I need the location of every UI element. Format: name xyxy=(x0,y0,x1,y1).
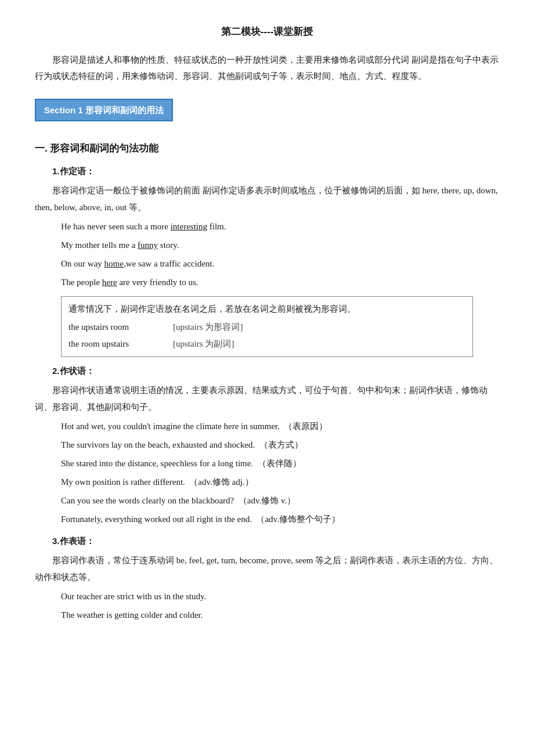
paragraph-1: 形容词作定语一般位于被修饰词的前面 副词作定语多表示时间或地点，位于被修饰词的后… xyxy=(35,182,499,215)
example-3-1: Our teacher are strict with us in the st… xyxy=(61,589,499,604)
example-2-1: Hot and wet, you couldn't imagine the cl… xyxy=(61,419,499,434)
paragraph-2: 形容词作状语通常说明主语的情况，主要表示原因、结果或方式，可位于句首、句中和句末… xyxy=(35,382,499,415)
sub-heading-2: 2.作状语： xyxy=(52,363,499,379)
example-3-2: The weather is getting colder and colder… xyxy=(61,607,499,623)
underline-funny: funny xyxy=(138,240,158,250)
underline-interesting: interesting xyxy=(171,222,207,231)
note-col-right-1: [upstairs 为形容词] xyxy=(173,319,243,335)
note-row-2: the room upstairs [upstairs 为副词] xyxy=(68,336,466,352)
example-1-2: My mother tells me a funny story. xyxy=(61,237,499,253)
note-text: 通常情况下，副词作定语放在名词之后，若放在名词之前则被视为形容词。 xyxy=(68,301,466,317)
example-2-4: My own position is rather different. （ad… xyxy=(61,474,499,490)
underline-home: home xyxy=(104,259,124,268)
example-2-5: Can you see the words clearly on the bla… xyxy=(61,493,499,509)
example-2-3: She stared into the distance, speechless… xyxy=(61,456,499,471)
example-1-3: On our way home,we saw a traffic acciden… xyxy=(61,256,499,272)
example-1-1: He has never seen such a more interestin… xyxy=(61,219,499,235)
sub-heading-1: 1.作定语： xyxy=(52,163,499,179)
page-title: 第二模块----课堂新授 xyxy=(35,23,499,41)
note-box: 通常情况下，副词作定语放在名词之后，若放在名词之前则被视为形容词。 the up… xyxy=(61,296,473,357)
note-col-right-2: [upstairs 为副词] xyxy=(173,336,234,352)
note-col-left-2: the room upstairs xyxy=(68,336,161,352)
note-row-1: the upstairs room [upstairs 为形容词] xyxy=(68,319,466,335)
sub-heading-3: 3.作表语： xyxy=(52,533,499,549)
section1-header: Section 1 形容词和副词的用法 xyxy=(35,99,173,121)
example-2-6: Fortunately, everything worked out all r… xyxy=(61,512,499,527)
underline-here: here xyxy=(102,278,117,287)
main-heading-1: 一. 形容词和副词的句法功能 xyxy=(35,140,499,158)
note-col-left-1: the upstairs room xyxy=(68,319,161,335)
example-2-2: The survivors lay on the beach, exhauste… xyxy=(61,437,499,453)
intro-paragraph: 形容词是描述人和事物的性质、特征或状态的一种开放性词类，主要用来修饰名词或部分代… xyxy=(35,52,499,85)
paragraph-3: 形容词作表语，常位于连系动词 be, feel, get, turn, beco… xyxy=(35,552,499,585)
example-1-4: The people here are very friendly to us. xyxy=(61,275,499,290)
